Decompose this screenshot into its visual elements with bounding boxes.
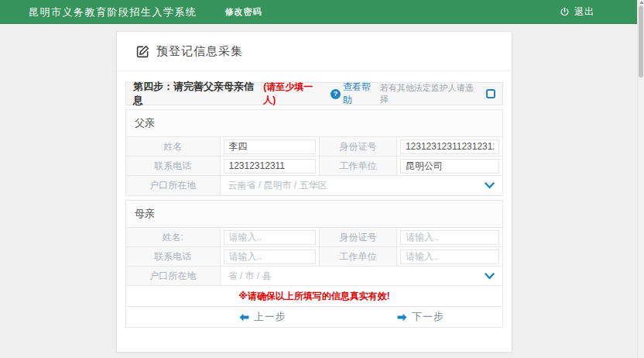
father-section: 父亲 姓名 身份证号 联系电话 工作单位 bbox=[125, 109, 503, 196]
mother-name-cell bbox=[221, 228, 320, 246]
scrollbar-thumb[interactable] bbox=[639, 5, 643, 77]
chevron-down-icon[interactable] bbox=[485, 182, 495, 189]
table-row: 姓名: 身份证号 bbox=[126, 228, 502, 247]
scroll-up-icon[interactable] bbox=[639, 1, 644, 4]
step-requirement: (请至少填一人) bbox=[263, 81, 325, 107]
father-residence-label: 户口所在地 bbox=[126, 176, 221, 195]
mother-id-cell bbox=[397, 228, 502, 246]
prev-step-button[interactable]: 上一步 bbox=[239, 307, 286, 327]
view-help-link[interactable]: 查看帮助 bbox=[343, 81, 380, 107]
guardian-note: 若有其他法定监护人请选择 bbox=[380, 82, 481, 105]
father-id-input[interactable] bbox=[400, 139, 499, 154]
page-title: 预登记信息采集 bbox=[156, 44, 243, 59]
scrollbar[interactable] bbox=[637, 0, 644, 358]
logout-button[interactable]: 退出 bbox=[560, 5, 594, 19]
guardian-option: 若有其他法定监护人请选择 bbox=[380, 82, 495, 105]
father-id-label: 身份证号 bbox=[320, 137, 397, 156]
card-body: 第四步：请完善父亲母亲信息 (请至少填一人) ? 查看帮助 若有其他法定监护人请… bbox=[117, 71, 512, 328]
mother-phone-label: 联系电话 bbox=[126, 247, 221, 266]
mother-work-cell bbox=[397, 247, 502, 266]
mother-name-label: 姓名: bbox=[126, 228, 221, 246]
arrow-left-icon bbox=[239, 313, 249, 322]
father-residence-select[interactable]: 云南省 / 昆明市 / 五华区 bbox=[221, 176, 503, 195]
mother-id-input[interactable] bbox=[400, 230, 499, 245]
table-row: 户口所在地 省 / 市 / 县 bbox=[126, 267, 502, 286]
mother-work-input[interactable] bbox=[400, 250, 499, 264]
father-section-title: 父亲 bbox=[126, 110, 502, 137]
wizard-navigation: 上一步 下一步 bbox=[126, 307, 502, 327]
edit-icon bbox=[136, 45, 149, 58]
father-name-input[interactable] bbox=[224, 139, 317, 154]
table-row: 联系电话 工作单位 bbox=[126, 157, 502, 176]
next-step-label: 下一步 bbox=[412, 310, 444, 324]
validity-warning: ※请确保以上所填写的信息真实有效! bbox=[126, 286, 502, 307]
father-work-label: 工作单位 bbox=[320, 157, 397, 175]
mother-residence-select[interactable]: 省 / 市 / 县 bbox=[221, 267, 503, 285]
prev-step-label: 上一步 bbox=[254, 310, 286, 324]
father-name-label: 姓名 bbox=[126, 137, 221, 156]
mother-phone-cell bbox=[221, 247, 320, 266]
mother-section: 母亲 姓名: 身份证号 联系电话 工作单位 bbox=[125, 200, 503, 328]
father-phone-label: 联系电话 bbox=[126, 157, 221, 175]
father-name-cell bbox=[221, 137, 320, 156]
mother-section-title: 母亲 bbox=[126, 201, 502, 228]
other-guardian-checkbox[interactable] bbox=[486, 89, 495, 98]
father-work-cell bbox=[397, 157, 502, 175]
father-residence-value: 云南省 / 昆明市 / 五华区 bbox=[228, 179, 327, 192]
logout-label: 退出 bbox=[574, 5, 594, 19]
app-header: 昆明市义务教育阶段招生入学系统 修改密码 退出 bbox=[0, 0, 644, 24]
pre-registration-card: 预登记信息采集 第四步：请完善父亲母亲信息 (请至少填一人) ? 查看帮助 若有… bbox=[116, 31, 512, 353]
card-header: 预登记信息采集 bbox=[117, 32, 512, 71]
father-work-input[interactable] bbox=[400, 159, 499, 174]
mother-phone-input[interactable] bbox=[224, 250, 317, 264]
step-header: 第四步：请完善父亲母亲信息 (请至少填一人) ? 查看帮助 若有其他法定监护人请… bbox=[125, 82, 503, 105]
father-phone-input[interactable] bbox=[224, 159, 317, 174]
step-title: 第四步：请完善父亲母亲信息 bbox=[133, 80, 263, 108]
mother-residence-label: 户口所在地 bbox=[126, 267, 221, 285]
change-password-link[interactable]: 修改密码 bbox=[225, 6, 262, 18]
mother-id-label: 身份证号 bbox=[320, 228, 397, 246]
father-id-cell bbox=[397, 137, 502, 156]
arrow-right-icon bbox=[397, 313, 407, 322]
father-phone-cell bbox=[221, 157, 320, 175]
table-row: 联系电话 工作单位 bbox=[126, 247, 502, 267]
table-row: 户口所在地 云南省 / 昆明市 / 五华区 bbox=[126, 176, 502, 195]
app-title: 昆明市义务教育阶段招生入学系统 bbox=[29, 5, 197, 19]
help-icon[interactable]: ? bbox=[331, 89, 341, 99]
mother-work-label: 工作单位 bbox=[320, 247, 397, 266]
mother-name-input[interactable] bbox=[224, 230, 317, 245]
mother-residence-value: 省 / 市 / 县 bbox=[228, 270, 272, 283]
chevron-down-icon[interactable] bbox=[485, 273, 495, 280]
next-step-button[interactable]: 下一步 bbox=[397, 307, 444, 327]
power-icon bbox=[560, 7, 570, 17]
table-row: 姓名 身份证号 bbox=[126, 137, 502, 157]
